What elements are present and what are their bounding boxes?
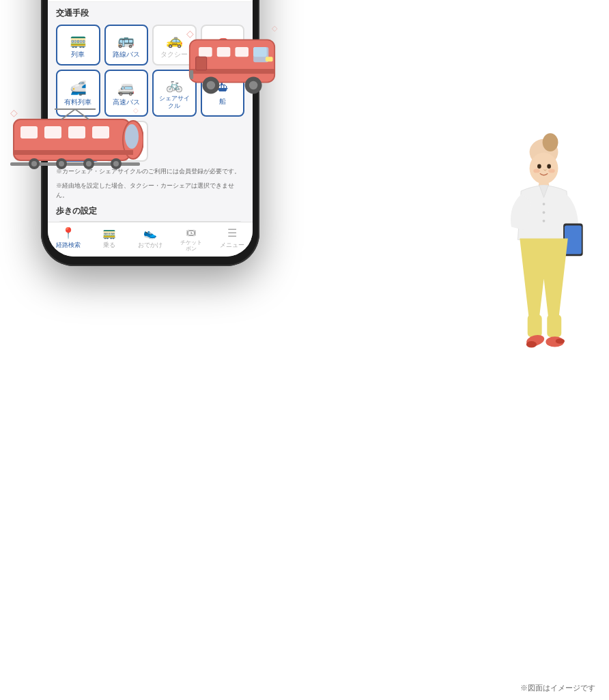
- svg-rect-52: [547, 315, 561, 337]
- note-text-2: ※経由地を設定した場合、タクシー・カーシェアは選択できません。: [56, 181, 244, 200]
- nav-ride-label: 乗る: [103, 241, 115, 250]
- svg-point-46: [543, 203, 546, 205]
- svg-point-41: [537, 164, 541, 169]
- nav-ticket[interactable]: 🎟 チケットボン: [171, 227, 212, 252]
- svg-point-40: [530, 153, 558, 184]
- svg-rect-20: [68, 126, 85, 138]
- nav-menu-label: メニュー: [220, 241, 244, 250]
- train-icon: 🚃: [70, 32, 87, 48]
- bus-illustration: ◇ ◇: [178, 14, 287, 102]
- svg-rect-3: [235, 47, 249, 57]
- nav-route-label: 経路検索: [56, 241, 81, 250]
- svg-rect-21: [92, 126, 109, 138]
- svg-point-47: [543, 212, 546, 214]
- nav-outing-label: おでかけ: [138, 241, 162, 250]
- svg-point-48: [543, 220, 546, 222]
- menu-icon: ☰: [227, 227, 237, 239]
- nav-ticket-label: チケットボン: [180, 240, 202, 252]
- highway-bus-icon: 🚐: [117, 80, 134, 96]
- svg-rect-18: [20, 126, 38, 138]
- svg-point-56: [556, 338, 565, 344]
- svg-point-22: [125, 124, 139, 149]
- transport-train[interactable]: 🚃 列車: [56, 25, 100, 65]
- bus-label: 路線バス: [113, 50, 140, 59]
- limited-express-icon: 🚅: [70, 80, 87, 96]
- train-label: 列車: [71, 50, 85, 59]
- svg-rect-11: [196, 57, 207, 70]
- svg-rect-51: [528, 315, 542, 337]
- outing-icon: 👟: [143, 227, 157, 239]
- svg-point-30: [86, 161, 91, 166]
- bottom-nav: 📍 経路検索 🚃 乗る 👟 おでかけ 🎟 チケットボン: [48, 222, 253, 257]
- disclaimer-text: ※図面はイメージです: [520, 683, 595, 693]
- svg-point-39: [543, 133, 558, 151]
- nav-menu[interactable]: ☰ メニュー: [212, 227, 253, 252]
- svg-rect-12: [266, 57, 273, 61]
- svg-point-44: [548, 169, 555, 173]
- svg-rect-2: [217, 47, 231, 57]
- svg-rect-15: [190, 70, 193, 79]
- svg-text:◇: ◇: [10, 107, 18, 118]
- train-illustration: ◇ ◇: [7, 102, 143, 184]
- nav-outing[interactable]: 👟 おでかけ: [130, 227, 171, 252]
- svg-point-43: [533, 169, 540, 173]
- svg-text:◇: ◇: [186, 28, 194, 39]
- svg-point-42: [547, 164, 551, 169]
- nav-route[interactable]: 📍 経路検索: [48, 227, 89, 252]
- svg-point-28: [59, 161, 64, 166]
- bus-icon: 🚌: [117, 32, 134, 48]
- person-illustration: [479, 123, 595, 396]
- svg-point-32: [113, 161, 119, 166]
- svg-text:◇: ◇: [272, 24, 278, 32]
- ticket-icon: 🎟: [186, 227, 197, 239]
- svg-line-34: [75, 109, 89, 119]
- transport-bus[interactable]: 🚌 路線バス: [104, 25, 149, 65]
- svg-point-10: [249, 81, 257, 89]
- ride-icon: 🚃: [102, 227, 116, 239]
- route-icon: 📍: [61, 227, 75, 239]
- svg-rect-23: [14, 150, 133, 155]
- svg-rect-19: [44, 126, 61, 138]
- svg-point-8: [207, 81, 215, 89]
- svg-line-33: [61, 109, 75, 119]
- walk-section-title: 歩きの設定: [56, 205, 244, 217]
- svg-rect-1: [199, 47, 212, 57]
- svg-point-26: [31, 161, 37, 166]
- nav-ride[interactable]: 🚃 乗る: [89, 227, 130, 252]
- svg-point-54: [526, 341, 537, 348]
- svg-text:◇: ◇: [133, 106, 139, 114]
